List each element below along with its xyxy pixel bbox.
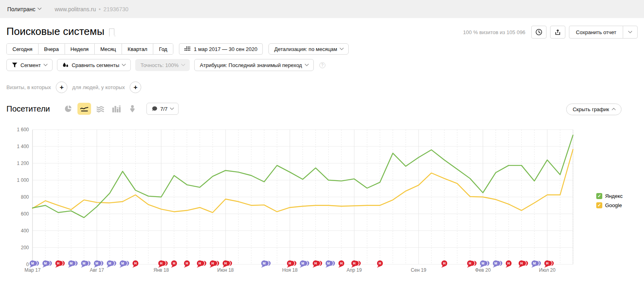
chevron-up-icon bbox=[612, 108, 616, 112]
page-title-text: Поисковые системы bbox=[6, 25, 104, 38]
detalization-button[interactable]: Детализация: по месяцам bbox=[268, 43, 349, 55]
annotation-marker-Н[interactable]: Н bbox=[544, 260, 554, 268]
period-quarter[interactable]: Квартал bbox=[122, 44, 153, 54]
marker-letter: Н bbox=[340, 261, 343, 265]
marker-letter: Н bbox=[57, 261, 59, 265]
funnel-icon bbox=[12, 63, 17, 67]
help-icon[interactable]: ? bbox=[319, 62, 325, 68]
compare-segments-label: Сравнить сегменты bbox=[72, 62, 120, 68]
chart-type-columns-button[interactable] bbox=[110, 103, 123, 115]
hide-chart-button[interactable]: Скрыть график bbox=[566, 104, 622, 115]
history-button[interactable] bbox=[531, 26, 546, 39]
add-visits-filter-button[interactable]: + bbox=[56, 81, 67, 93]
visitors-row: Посетители bbox=[6, 103, 179, 115]
x-axis-tick-label: Сен 19 bbox=[411, 267, 427, 273]
annotation-marker-Н[interactable]: Н bbox=[287, 260, 297, 268]
marker-letter: М bbox=[44, 261, 47, 265]
annotation-marker-Н[interactable]: Н bbox=[55, 260, 65, 268]
chart-type-pie-button[interactable] bbox=[61, 103, 75, 115]
person-pin-icon bbox=[129, 105, 136, 113]
yandex-metrica-report-page: { "topbar": { "counter_name": "Политранс… bbox=[0, 0, 644, 293]
annotation-marker-Н[interactable]: Н bbox=[158, 260, 168, 268]
save-report-button[interactable]: Сохранить отчет bbox=[569, 26, 623, 38]
counter-id: 21936730 bbox=[104, 6, 128, 12]
annotation-marker-М[interactable]: М bbox=[43, 260, 53, 268]
annotation-marker-Н[interactable]: Н bbox=[132, 260, 138, 268]
stacked-areas-icon bbox=[96, 105, 105, 112]
annotation-marker-М[interactable]: М bbox=[120, 260, 130, 268]
legend-item-yandex[interactable]: ✓ Яндекс bbox=[596, 193, 623, 199]
annotation-marker-Н[interactable]: Н bbox=[184, 260, 190, 268]
metric-title: Посетители bbox=[6, 104, 50, 114]
annotation-marker-М[interactable]: М bbox=[107, 260, 117, 268]
marker-letter: Н bbox=[199, 261, 201, 265]
filters-row: Визиты, в которых + для людей, у которых… bbox=[6, 81, 141, 93]
export-button[interactable] bbox=[550, 26, 565, 39]
add-people-filter-button[interactable]: + bbox=[130, 81, 141, 93]
goals-selector-button[interactable]: 7/7 bbox=[146, 103, 179, 115]
two-drops-icon bbox=[63, 62, 69, 68]
annotation-marker-Н[interactable]: Н bbox=[171, 260, 177, 268]
marker-letter: Н bbox=[211, 261, 214, 265]
chevron-down-icon bbox=[628, 29, 632, 33]
annotation-marker-М[interactable]: М bbox=[30, 260, 40, 268]
period-month[interactable]: Месяц bbox=[95, 44, 122, 54]
bookmark-icon[interactable] bbox=[109, 28, 114, 35]
marker-letter: Н bbox=[160, 261, 163, 265]
compare-segments-button[interactable]: Сравнить сегменты bbox=[57, 59, 131, 71]
legend-item-google[interactable]: ✓ Google bbox=[596, 202, 623, 208]
segment-button[interactable]: Сегмент bbox=[6, 59, 53, 71]
visits-filter-label: Визиты, в которых bbox=[6, 84, 51, 90]
annotation-marker-М[interactable]: М bbox=[300, 260, 310, 268]
export-icon bbox=[555, 29, 561, 36]
legend-label: Google bbox=[605, 202, 622, 208]
annotation-marker-М[interactable]: М bbox=[261, 260, 271, 268]
annotation-marker-Н[interactable]: Н bbox=[223, 260, 233, 268]
annotation-marker-М[interactable]: М bbox=[68, 260, 78, 268]
save-report-split-button: Сохранить отчет bbox=[569, 26, 638, 39]
marker-letter: Н bbox=[508, 261, 510, 265]
y-axis-tick-label: 1 200 bbox=[17, 161, 29, 166]
save-report-menu-button[interactable] bbox=[623, 26, 637, 38]
chart-type-areas-button[interactable] bbox=[93, 103, 107, 115]
annotation-marker-Н[interactable]: Н bbox=[518, 260, 528, 268]
precision-button[interactable]: Точность: 100% bbox=[135, 59, 190, 71]
annotation-marker-Н[interactable]: Н bbox=[338, 260, 344, 268]
period-today[interactable]: Сегодня bbox=[7, 44, 39, 54]
chart-type-map-button[interactable] bbox=[126, 103, 139, 115]
y-axis-tick-label: 600 bbox=[21, 211, 29, 217]
chart-type-line-button[interactable] bbox=[77, 103, 91, 115]
annotation-marker-М[interactable]: М bbox=[81, 260, 91, 268]
period-toolbar: Сегодня Вчера Неделя Месяц Квартал Год 1… bbox=[6, 43, 349, 55]
annotation-marker-Н[interactable]: Н bbox=[377, 260, 383, 268]
x-axis-tick-label: Ноя 18 bbox=[282, 267, 298, 273]
legend-label: Яндекс bbox=[605, 193, 623, 199]
period-week[interactable]: Неделя bbox=[65, 44, 95, 54]
annotation-marker-М[interactable]: М bbox=[480, 260, 490, 268]
annotation-marker-М[interactable]: М bbox=[531, 260, 541, 268]
counter-selector[interactable]: Политранс bbox=[7, 6, 41, 12]
google-checkbox[interactable]: ✓ bbox=[596, 202, 602, 208]
attribution-button[interactable]: Атрибуция: Последний значимый переход bbox=[194, 59, 314, 71]
marker-letter: Н bbox=[353, 261, 356, 265]
period-yesterday[interactable]: Вчера bbox=[39, 44, 65, 54]
marker-letter: М bbox=[481, 261, 484, 265]
annotation-marker-Н[interactable]: Н bbox=[351, 260, 361, 268]
yandex-checkbox[interactable]: ✓ bbox=[596, 193, 602, 199]
annotation-marker-Н[interactable]: Н bbox=[210, 260, 220, 268]
period-year[interactable]: Год bbox=[153, 44, 173, 54]
hide-chart-label: Скрыть график bbox=[573, 106, 609, 112]
annotation-marker-М[interactable]: М bbox=[94, 260, 104, 268]
annotation-marker-М[interactable]: М bbox=[493, 260, 503, 268]
annotation-marker-Н[interactable]: Н bbox=[506, 260, 512, 268]
annotation-marker-М[interactable]: М bbox=[325, 260, 335, 268]
date-range-button[interactable]: 1 мар 2017 — 30 сен 2020 bbox=[179, 43, 263, 55]
annotation-marker-Н[interactable]: Н bbox=[313, 260, 323, 268]
annotation-marker-Н[interactable]: Н bbox=[197, 260, 207, 268]
visitors-chart[interactable]: 02004006008001 0001 2001 4001 600Мар 17А… bbox=[0, 122, 644, 281]
marker-letter: М bbox=[263, 261, 266, 265]
precision-label: Точность: 100% bbox=[140, 62, 179, 68]
annotation-marker-Н[interactable]: Н bbox=[467, 260, 477, 268]
annotation-marker-Н[interactable]: Н bbox=[441, 260, 447, 268]
chevron-down-icon bbox=[340, 46, 344, 50]
